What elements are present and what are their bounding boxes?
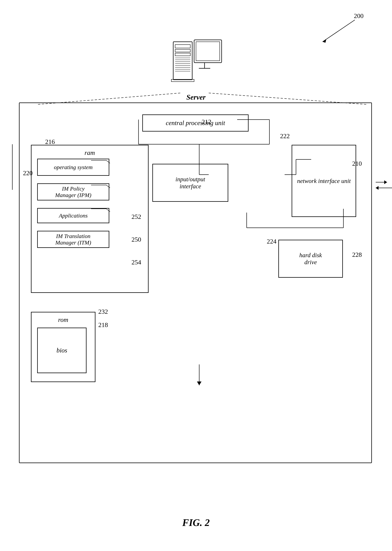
bios-box: bios — [37, 328, 86, 373]
rom-label: rom — [58, 316, 68, 323]
ram-box: ram operating system IM PolicyManager (I… — [31, 145, 148, 293]
svg-rect-30 — [173, 42, 192, 80]
server-icon — [169, 38, 223, 92]
niu-box: network interface unit — [292, 145, 356, 217]
svg-marker-1 — [322, 39, 326, 43]
ref-218: 218 — [98, 321, 108, 329]
ref-210: 210 — [352, 160, 362, 167]
app-label: Applications — [59, 212, 88, 219]
svg-rect-43 — [196, 42, 220, 61]
ref-200: 200 — [354, 12, 364, 20]
ipm-label: IM PolicyManager (IPM) — [55, 185, 91, 198]
ref-224: 224 — [267, 238, 276, 245]
svg-marker-16 — [376, 186, 378, 190]
ref-228: 228 — [352, 251, 362, 258]
bios-label: bios — [56, 347, 67, 354]
hdd-box: hard diskdrive — [278, 240, 343, 278]
server-label: Server — [186, 93, 205, 101]
svg-rect-33 — [175, 53, 190, 56]
cpu-label: central processing unit — [166, 119, 225, 127]
itm-box: IM TranslationManager (ITM) — [37, 231, 109, 248]
svg-rect-42 — [194, 40, 222, 63]
itm-label: IM TranslationManager (ITM) — [55, 233, 91, 246]
hdd-label: hard diskdrive — [299, 252, 322, 266]
ref-232: 232 — [98, 308, 108, 315]
ref-216: 216 — [45, 138, 55, 145]
ref-250: 250 — [132, 236, 141, 243]
os-box: operating system — [37, 159, 109, 176]
io-label: input/outputinterface — [175, 176, 205, 190]
ref-212: 212 — [202, 118, 211, 126]
svg-rect-31 — [175, 45, 190, 48]
svg-marker-14 — [384, 180, 387, 184]
cpu-box: central processing unit — [142, 114, 249, 132]
io-box: input/outputinterface — [152, 164, 228, 202]
rom-box: rom bios — [31, 312, 95, 382]
figure-label: FIG. 2 — [182, 517, 210, 528]
ref-252: 252 — [132, 213, 141, 220]
ipm-box: IM PolicyManager (IPM) — [37, 183, 109, 200]
svg-rect-32 — [175, 49, 190, 52]
os-label: operating system — [54, 164, 93, 170]
svg-line-0 — [322, 20, 355, 42]
ref-220: 220 — [23, 170, 33, 177]
ram-label: ram — [85, 149, 95, 156]
niu-label: network interface unit — [297, 177, 351, 184]
app-box: Applications — [37, 208, 109, 223]
main-diagram-box: central processing unit 212 216 222 ram … — [19, 102, 372, 463]
ref-254: 254 — [132, 259, 141, 266]
ref-222: 222 — [280, 133, 290, 140]
